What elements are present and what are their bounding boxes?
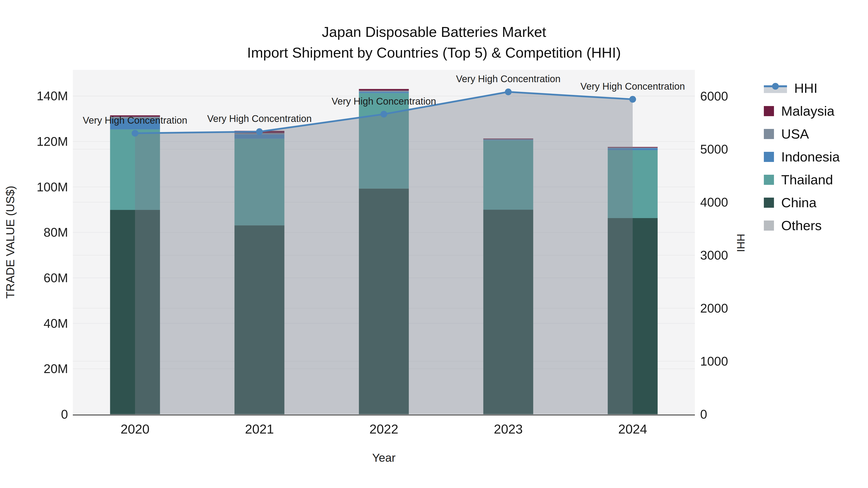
legend-item-hhi[interactable]: HHI — [764, 77, 840, 100]
legend-label: Indonesia — [781, 149, 840, 165]
legend: HHIMalaysiaUSAIndonesiaThailandChinaOthe… — [764, 77, 840, 237]
legend-item-indonesia[interactable]: Indonesia — [764, 145, 840, 168]
hhi-marker-2021[interactable] — [256, 128, 263, 135]
y-tick-left: 100M — [37, 180, 68, 194]
x-tick-2024: 2024 — [618, 422, 647, 436]
hhi-marker-2023[interactable] — [505, 89, 512, 95]
bar-segment-indonesia-2022[interactable] — [359, 92, 409, 93]
annotation-2020: Very High Concentration — [83, 115, 187, 126]
y-tick-right: 5000 — [700, 142, 728, 156]
y-tick-right: 0 — [700, 407, 707, 421]
y-axis-title-right: HHI — [735, 234, 747, 252]
x-tick-2022: 2022 — [369, 422, 398, 436]
y-tick-right: 4000 — [700, 195, 728, 209]
legend-item-thailand[interactable]: Thailand — [764, 168, 840, 191]
legend-swatch-indonesia — [764, 152, 774, 162]
legend-item-china[interactable]: China — [764, 191, 840, 214]
legend-swatch-thailand — [764, 175, 774, 185]
y-tick-left: 120M — [37, 134, 68, 149]
legend-label: China — [781, 195, 816, 210]
y-tick-left: 0 — [61, 407, 68, 421]
legend-label: Malaysia — [781, 103, 835, 119]
hhi-marker-2022[interactable] — [380, 111, 387, 118]
x-tick-2023: 2023 — [494, 422, 523, 436]
y-tick-left: 80M — [44, 225, 68, 239]
y-tick-left: 60M — [44, 271, 68, 285]
y-tick-right: 2000 — [700, 301, 728, 315]
y-tick-left: 140M — [37, 89, 68, 103]
x-axis-title: Year — [372, 451, 396, 464]
y-tick-right: 1000 — [700, 354, 728, 368]
legend-label: Others — [781, 218, 822, 233]
y-tick-left: 40M — [44, 317, 68, 330]
y-axis-title-left: TRADE VALUE (US$) — [4, 186, 17, 299]
hhi-marker-2024[interactable] — [629, 96, 636, 103]
hhi-area-fill[interactable] — [135, 92, 633, 414]
legend-item-usa[interactable]: USA — [764, 123, 840, 145]
annotation-2023: Very High Concentration — [456, 73, 561, 84]
legend-item-malaysia[interactable]: Malaysia — [764, 100, 840, 123]
annotation-2022: Very High Concentration — [332, 96, 436, 106]
legend-swatch-malaysia — [764, 106, 774, 116]
bar-segment-malaysia-2022[interactable] — [359, 89, 409, 91]
x-tick-2021: 2021 — [245, 422, 274, 436]
legend-label: HHI — [794, 80, 817, 96]
bar-segment-usa-2022[interactable] — [359, 91, 409, 92]
y-tick-right: 3000 — [700, 248, 728, 262]
legend-swatch-china — [764, 198, 774, 208]
annotation-2021: Very High Concentration — [207, 113, 312, 124]
legend-item-others[interactable]: Others — [764, 214, 840, 237]
hhi-marker-2020[interactable] — [132, 130, 138, 137]
y-tick-left: 20M — [44, 362, 68, 376]
legend-label: Thailand — [781, 172, 833, 188]
y-tick-right: 6000 — [700, 89, 728, 103]
annotation-2024: Very High Concentration — [580, 81, 685, 92]
legend-swatch-usa — [764, 129, 774, 139]
legend-swatch-others — [764, 221, 774, 231]
x-tick-2020: 2020 — [121, 422, 150, 436]
legend-label: USA — [781, 126, 809, 142]
hhi-legend-symbol-icon — [764, 83, 787, 94]
